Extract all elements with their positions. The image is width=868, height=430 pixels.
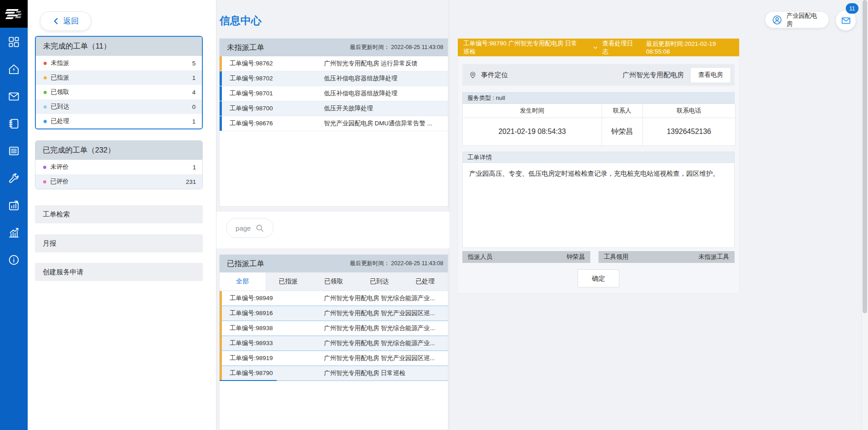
table-row[interactable]: 工单编号:98676 智光产业园配电房 DMU通信异常告警 ...	[220, 116, 448, 131]
tab-all[interactable]: 全部	[220, 272, 265, 291]
tab-assigned[interactable]: 已指派	[265, 272, 311, 291]
status-dot	[43, 180, 46, 183]
apps-icon	[8, 36, 20, 50]
menu-item-order-search[interactable]: 工单检索	[35, 205, 203, 223]
status-row-claimed[interactable]: 已领取 4	[36, 85, 202, 99]
table-row[interactable]: 工单编号:98762 广州智光专用配电房 运行异常反馈	[220, 56, 448, 71]
tab-processed[interactable]: 已处理	[402, 272, 448, 291]
page-label: page	[235, 224, 250, 232]
status-dot	[44, 62, 47, 65]
status-dot	[43, 166, 46, 169]
status-row-arrived[interactable]: 已到达 0	[36, 99, 202, 114]
sidebar-item-notebook[interactable]	[0, 111, 28, 138]
user-icon	[772, 15, 782, 25]
page-scrollbar-track[interactable]	[861, 0, 868, 430]
table-row[interactable]: 工单编号:98938 广州智光专用配电房 智光综合能源产业...	[220, 321, 448, 336]
status-count: 1	[192, 118, 196, 125]
unassigned-orders-panel: 未指派工单 最后更新时间： 2022-08-25 11:43:08 工单编号:9…	[219, 38, 448, 207]
status-dot	[44, 120, 47, 123]
table-row[interactable]: 工单编号:98919 广州智光专用配电房 智光产业园园区巡...	[220, 351, 448, 366]
detail-updated-time: 最后更新时间:2021-02-19 08:55:08	[646, 40, 734, 55]
page-title: 信息中心	[220, 14, 261, 28]
status-count: 0	[192, 104, 196, 110]
pagination-strip: page	[216, 212, 449, 248]
sidebar-item-apps[interactable]	[0, 29, 28, 56]
tab-arrived[interactable]: 已到达	[357, 272, 402, 291]
assignee-label: 指派人员	[468, 253, 492, 261]
current-user-pill[interactable]: 产业园配电房	[765, 11, 829, 28]
tools-bar[interactable]: 工具领用 未指派工具	[598, 251, 735, 263]
page-scrollbar-thumb[interactable]	[863, 0, 867, 313]
table-row[interactable]: 工单编号:98701 低压补偿电容器组故障处理	[220, 86, 448, 101]
incomplete-orders-title: 未完成的工单（11）	[36, 37, 202, 56]
tools-value: 未指派工具	[699, 253, 730, 261]
table-row[interactable]: 工单编号:98933 广州智光专用配电房 智光综合能源产业...	[220, 336, 448, 351]
view-power-room-button[interactable]: 查看电房	[690, 67, 731, 83]
sidebar-item-tools[interactable]	[0, 165, 28, 193]
left-panel: 返回 未完成的工单（11） 未指派 5 已指派 1 已领取 4 已到达 0 已处…	[28, 0, 216, 430]
assignee-value: 钟荣昌	[567, 253, 585, 261]
status-count: 231	[186, 178, 196, 185]
status-count: 1	[192, 74, 196, 81]
back-label: 返回	[64, 16, 79, 26]
contact-phone-value: 13926452136	[642, 118, 735, 146]
page-search-button[interactable]: page	[226, 218, 274, 238]
table-row[interactable]: 工单编号:98916 广州智光专用配电房 智光产业园园区巡...	[220, 306, 448, 321]
event-location-label: 事件定位	[481, 71, 508, 79]
info-icon	[8, 254, 20, 268]
menu-item-monthly-report[interactable]: 月报	[35, 234, 203, 252]
status-row-rated[interactable]: 已评价 231	[35, 174, 202, 189]
mail-icon	[8, 90, 20, 104]
confirm-button[interactable]: 确定	[578, 269, 619, 287]
view-process-log-link[interactable]: 查看处理日志	[602, 40, 636, 56]
unassigned-panel-title: 未指派工单	[227, 43, 265, 53]
assignee-bar[interactable]: 指派人员 钟荣昌	[462, 251, 590, 263]
incomplete-orders-card: 未完成的工单（11） 未指派 5 已指派 1 已领取 4 已到达 0 已处理 1	[35, 36, 203, 129]
status-dot	[44, 105, 47, 109]
assigned-updated-time: 最后更新时间： 2022-08-25 11:43:08	[350, 260, 443, 267]
tools-label: 工具领用	[604, 253, 628, 261]
table-row[interactable]: 工单编号:98702 低压补偿电容器组故障处理	[220, 71, 448, 86]
status-row-processed[interactable]: 已处理 1	[36, 114, 202, 129]
chevron-left-icon	[53, 18, 59, 25]
notebook-icon	[8, 118, 20, 132]
table-row-selected[interactable]: 工单编号:98790 广州智光专用配电房 日常巡检	[220, 366, 448, 381]
status-row-assigned[interactable]: 已指派 1	[36, 70, 202, 85]
back-button[interactable]: 返回	[40, 11, 91, 31]
nav-sidebar	[0, 0, 28, 430]
contact-info-table: 发生时间 联系人 联系电话 2021-02-19 08:54:33 钟荣昌 13…	[462, 104, 736, 146]
table-row[interactable]: 工单编号:98949 广州智光专用配电房 智光综合能源产业...	[220, 291, 448, 306]
status-bar	[220, 366, 222, 381]
status-dot	[44, 76, 47, 79]
status-bar	[220, 351, 222, 366]
sidebar-item-home[interactable]	[0, 56, 28, 84]
sidebar-item-worklist[interactable]	[0, 138, 28, 165]
status-row-unrated[interactable]: 未评价 1	[35, 160, 202, 174]
list-icon	[8, 145, 20, 159]
status-row-unassigned[interactable]: 未指派 5	[36, 56, 202, 70]
user-name: 产业园配电房	[786, 12, 822, 28]
status-count: 4	[192, 89, 196, 96]
assigned-panel-title: 已指派工单	[227, 259, 265, 269]
col-header-contact: 联系人	[602, 104, 642, 118]
tab-claimed[interactable]: 已领取	[311, 272, 357, 291]
wrench-icon	[8, 172, 20, 186]
menu-item-create-service-request[interactable]: 创建服务申请	[35, 263, 203, 281]
sidebar-item-report[interactable]	[0, 193, 28, 220]
status-bar	[220, 86, 222, 101]
sidebar-item-analytics[interactable]	[0, 220, 28, 247]
chevron-down-icon[interactable]	[592, 44, 599, 51]
logo-icon	[5, 8, 23, 20]
status-bar	[220, 116, 222, 131]
event-location-value: 广州智光专用配电房	[623, 71, 684, 79]
completed-orders-title: 已完成的工单（232）	[35, 141, 202, 160]
sidebar-item-messages[interactable]	[0, 84, 28, 111]
assigned-orders-panel: 已指派工单 最后更新时间： 2022-08-25 11:43:08 全部 已指派…	[219, 254, 448, 430]
message-center-column: 信息中心 未指派工单 最后更新时间： 2022-08-25 11:43:08 工…	[216, 0, 449, 430]
table-row[interactable]: 工单编号:98700 低压开关故障处理	[220, 101, 448, 116]
mail-icon	[841, 15, 851, 26]
sidebar-item-info[interactable]	[0, 247, 28, 274]
status-bar	[220, 56, 222, 71]
occur-time-value: 2021-02-19 08:54:33	[463, 118, 602, 146]
assigned-tabs: 全部 已指派 已领取 已到达 已处理	[220, 272, 448, 291]
